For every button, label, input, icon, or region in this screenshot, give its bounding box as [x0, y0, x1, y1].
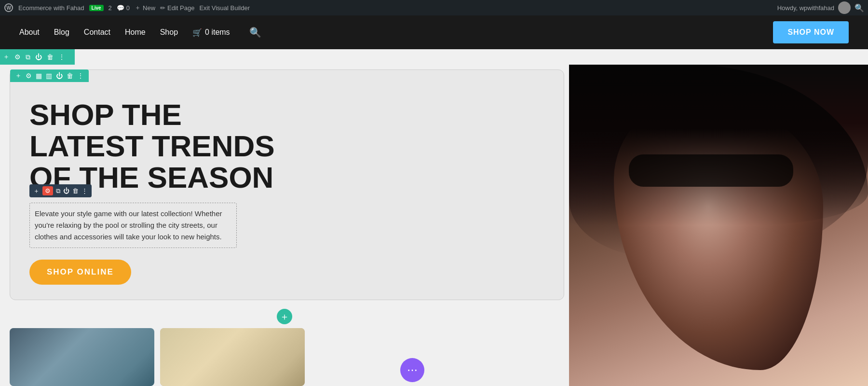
row-settings-icon[interactable]: ⚙ — [14, 53, 21, 61]
hero-text-block: ＋ ⚙ ⧉ ⏻ 🗑 ⋮ Elevate your style game with… — [29, 203, 237, 248]
site-navigation: About Blog Contact Home Shop 🛒 0 items 🔍… — [0, 15, 868, 49]
text-toolbar: ＋ ⚙ ⧉ ⏻ 🗑 ⋮ — [29, 184, 92, 197]
nav-blog[interactable]: Blog — [54, 28, 69, 37]
add-row-button[interactable]: ＋ — [277, 309, 292, 324]
section-settings-icon[interactable]: ⚙ — [26, 72, 32, 80]
section-add-icon[interactable]: ＋ — [15, 71, 22, 80]
visitor-count[interactable]: 2 — [108, 4, 112, 12]
text-copy-icon[interactable]: ⧉ — [56, 187, 60, 195]
hero-section: ＋ ⚙ ▦ ▥ ⏻ 🗑 ⋮ SHOP THE LATEST TRENDS OF … — [10, 69, 564, 300]
section-columns2-icon[interactable]: ▥ — [46, 72, 52, 80]
admin-bar: W Ecommerce with Fahad Live 2 💬 0 ＋ New … — [0, 0, 868, 15]
section-power-icon[interactable]: ⏻ — [56, 72, 63, 80]
section-toolbar: ＋ ⚙ ▦ ▥ ⏻ 🗑 ⋮ — [10, 69, 89, 82]
row-toolbar: ＋ ⚙ ⧉ ⏻ 🗑 ⋮ — [0, 49, 75, 65]
row-copy-icon[interactable]: ⧉ — [26, 53, 30, 61]
right-panel-image — [569, 65, 868, 386]
cart-link[interactable]: 🛒 0 items — [192, 28, 230, 37]
fab-button[interactable]: ⋯ — [400, 358, 424, 382]
admin-bar-left: W Ecommerce with Fahad Live 2 💬 0 ＋ New … — [4, 3, 772, 13]
search-button[interactable]: 🔍 — [249, 27, 261, 38]
cart-count: 0 items — [205, 28, 230, 37]
svg-text:W: W — [7, 5, 12, 11]
text-settings-icon[interactable]: ⚙ — [42, 186, 53, 195]
row-add-icon[interactable]: ＋ — [3, 53, 10, 61]
cart-icon: 🛒 — [192, 28, 202, 37]
wordpress-logo-icon: W — [4, 3, 14, 13]
thumbnail-bottle — [160, 328, 305, 386]
admin-bar-right: Howdy, wpwithfahad 🔍 — [777, 1, 864, 14]
text-power-icon[interactable]: ⏻ — [63, 187, 69, 194]
edit-page-link[interactable]: ✏ Edit Page — [160, 4, 194, 12]
thumbnails-row — [10, 328, 564, 386]
row-power-icon[interactable]: ⏻ — [35, 53, 42, 61]
sunglasses-overlay — [629, 154, 793, 187]
shop-now-button[interactable]: SHOP NOW — [773, 21, 849, 43]
avatar — [838, 1, 851, 14]
nav-links: About Blog Contact Home Shop 🛒 0 items 🔍 — [19, 27, 773, 38]
section-more-icon[interactable]: ⋮ — [77, 72, 84, 80]
main-content: ＋ ⚙ ▦ ▥ ⏻ 🗑 ⋮ SHOP THE LATEST TRENDS OF … — [0, 65, 868, 386]
nav-about[interactable]: About — [19, 28, 40, 37]
exit-builder-link[interactable]: Exit Visual Builder — [199, 4, 250, 12]
section-delete-icon[interactable]: 🗑 — [67, 72, 73, 80]
add-row-area: ＋ — [0, 309, 569, 324]
howdy-text: Howdy, wpwithfahad — [777, 4, 834, 12]
text-add-icon[interactable]: ＋ — [33, 187, 40, 195]
hero-title: SHOP THE LATEST TRENDS OF THE SEASON — [29, 99, 280, 193]
left-panel: ＋ ⚙ ▦ ▥ ⏻ 🗑 ⋮ SHOP THE LATEST TRENDS OF … — [0, 65, 569, 386]
comment-count[interactable]: 💬 0 — [117, 4, 130, 12]
admin-search-icon[interactable]: 🔍 — [854, 3, 864, 13]
shop-online-button[interactable]: SHOP ONLINE — [29, 260, 131, 285]
row-more-icon[interactable]: ⋮ — [58, 53, 65, 61]
nav-home[interactable]: Home — [125, 28, 146, 37]
text-delete-icon[interactable]: 🗑 — [72, 187, 79, 194]
nav-contact[interactable]: Contact — [84, 28, 110, 37]
hero-description: Elevate your style game with our latest … — [29, 203, 237, 248]
site-name[interactable]: Ecommerce with Fahad — [18, 4, 84, 12]
section-columns-icon[interactable]: ▦ — [36, 72, 42, 80]
live-badge: Live — [89, 5, 104, 11]
nav-shop[interactable]: Shop — [160, 28, 178, 37]
thumbnail-hat — [10, 328, 154, 386]
text-more-icon[interactable]: ⋮ — [81, 187, 88, 194]
new-menu[interactable]: ＋ New — [135, 3, 155, 12]
model-photo — [569, 65, 868, 386]
row-delete-icon[interactable]: 🗑 — [47, 53, 54, 61]
